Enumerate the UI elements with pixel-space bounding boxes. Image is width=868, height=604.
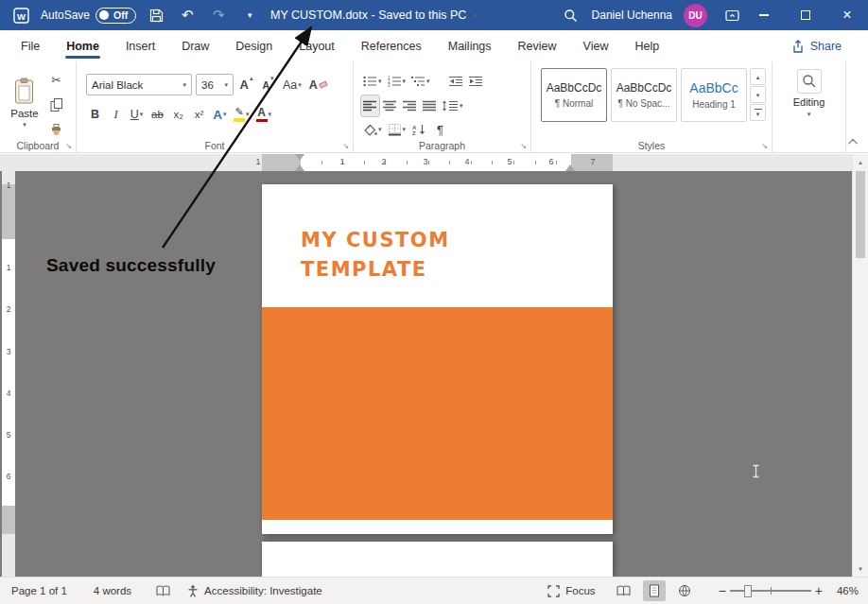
scroll-up-arrow[interactable]: ▴	[853, 155, 868, 169]
tab-home[interactable]: Home	[53, 30, 113, 61]
tab-design[interactable]: Design	[222, 30, 286, 61]
justify-button[interactable]	[421, 95, 439, 116]
tab-draw[interactable]: Draw	[168, 30, 222, 61]
web-layout-button[interactable]	[673, 580, 696, 601]
sort-button[interactable]: AZ	[410, 119, 428, 140]
highlight-color-button[interactable]: ✎ ▾	[232, 104, 252, 125]
italic-button[interactable]: I	[107, 104, 125, 125]
multilevel-list-button[interactable]: ▾	[409, 71, 432, 92]
style-card-normal[interactable]: AaBbCcDc ¶ Normal	[541, 68, 607, 122]
customize-qat-chevron-icon[interactable]: ▾	[238, 3, 261, 27]
align-left-button[interactable]	[361, 95, 379, 116]
align-center-button[interactable]	[381, 95, 399, 116]
font-name-combo[interactable]: Arial Black ▾	[86, 74, 192, 95]
document-title[interactable]: MY CUSTOM.dotx - Saved to this PC ▾	[270, 0, 477, 30]
font-dialog-launcher-icon[interactable]: ↘	[342, 143, 349, 150]
scrollbar-thumb[interactable]	[856, 171, 865, 258]
tab-insert[interactable]: Insert	[113, 30, 168, 61]
maximize-button[interactable]	[785, 0, 826, 30]
ribbon-display-options-icon[interactable]	[720, 3, 743, 27]
shading-button[interactable]: ▾	[361, 119, 384, 140]
styles-scroll-down-button[interactable]: ▾	[750, 86, 766, 103]
tab-layout[interactable]: Layout	[286, 30, 348, 61]
print-layout-button[interactable]	[643, 580, 666, 601]
zoom-percent[interactable]: 46%	[830, 585, 859, 596]
document-canvas[interactable]: 1 1 2 3 4 5 6 MY CUSTOM TEMPLATE	[0, 171, 852, 577]
copy-button[interactable]	[47, 95, 65, 115]
tab-review[interactable]: Review	[505, 30, 570, 61]
clipboard-dialog-launcher-icon[interactable]: ↘	[65, 143, 72, 150]
vertical-ruler[interactable]: 1 1 2 3 4 5 6	[2, 171, 15, 577]
right-indent-marker[interactable]	[565, 164, 575, 171]
document-page[interactable]: MY CUSTOM TEMPLATE	[262, 184, 613, 534]
shrink-font-button[interactable]: A▾	[259, 75, 277, 95]
subscript-button[interactable]: x₂	[169, 104, 187, 125]
close-button[interactable]: ×	[826, 0, 868, 30]
clear-formatting-button[interactable]: A	[307, 75, 329, 95]
superscript-button[interactable]: x²	[190, 104, 208, 125]
vertical-scrollbar[interactable]: ▴ ▾	[852, 154, 868, 577]
word-app-icon[interactable]: W	[9, 3, 32, 27]
first-line-indent-marker[interactable]	[295, 154, 304, 161]
tab-view[interactable]: View	[570, 30, 622, 61]
editing-button[interactable]: Editing ▾	[773, 69, 845, 118]
zoom-out-button[interactable]: −	[719, 583, 726, 598]
zoom-slider-thumb[interactable]	[744, 585, 752, 597]
grow-font-button[interactable]: A▴	[237, 75, 255, 95]
underline-button[interactable]: U▾	[128, 104, 146, 125]
tab-mailings[interactable]: Mailings	[435, 30, 505, 61]
hanging-indent-marker[interactable]	[295, 164, 304, 171]
document-heading[interactable]: MY CUSTOM TEMPLATE	[301, 226, 450, 285]
paragraph-dialog-launcher-icon[interactable]: ↘	[520, 143, 527, 150]
focus-mode-button[interactable]: Focus	[547, 585, 595, 597]
autosave-toggle[interactable]: Off	[95, 8, 136, 24]
styles-more-button[interactable]: ▾	[750, 104, 766, 121]
text-effects-button[interactable]: A▾	[211, 104, 229, 125]
heading-line-1[interactable]: MY CUSTOM	[301, 226, 450, 255]
redo-icon[interactable]: ↷	[207, 3, 230, 27]
word-count[interactable]: 4 words	[94, 585, 131, 596]
scroll-down-arrow[interactable]: ▾	[853, 561, 868, 576]
font-color-button[interactable]: A ▾	[254, 104, 274, 125]
collapse-ribbon-button[interactable]	[846, 136, 861, 147]
format-painter-button[interactable]	[47, 120, 65, 141]
undo-icon[interactable]: ↶	[176, 3, 199, 27]
zoom-slider[interactable]	[730, 590, 811, 592]
style-card-no-spacing[interactable]: AaBbCcDc ¶ No Spac...	[611, 68, 677, 122]
minimize-button[interactable]	[743, 0, 785, 30]
strikethrough-button[interactable]: ab	[148, 104, 166, 125]
avatar[interactable]: DU	[684, 4, 707, 27]
orange-rectangle-shape[interactable]	[262, 307, 613, 520]
borders-button[interactable]: ▾	[387, 119, 408, 140]
save-icon[interactable]	[145, 3, 167, 27]
line-spacing-button[interactable]: ▾	[441, 95, 465, 116]
paste-button[interactable]: Paste ▾	[6, 67, 43, 139]
autosave-control[interactable]: AutoSave Off	[41, 8, 136, 24]
align-right-button[interactable]	[401, 95, 419, 116]
numbering-button[interactable]: 123 ▾	[386, 71, 408, 92]
change-case-button[interactable]: Aa▾	[281, 75, 304, 95]
decrease-indent-button[interactable]	[447, 71, 465, 92]
heading-line-2[interactable]: TEMPLATE	[301, 255, 450, 285]
bullets-button[interactable]: ▾	[361, 71, 384, 92]
read-mode-button[interactable]	[613, 580, 635, 601]
increase-indent-button[interactable]	[467, 71, 485, 92]
styles-scroll-up-button[interactable]: ▴	[750, 68, 766, 85]
proofing-status-button[interactable]	[156, 585, 170, 596]
show-hide-pilcrow-button[interactable]: ¶	[431, 119, 449, 140]
cut-button[interactable]: ✂	[47, 69, 65, 90]
font-size-combo[interactable]: 36 ▾	[196, 74, 234, 95]
tab-file[interactable]: File	[8, 30, 53, 61]
horizontal-ruler[interactable]: 1 1 2 3 4 5 6 7	[0, 154, 852, 171]
share-button[interactable]: Share	[791, 40, 868, 53]
bold-button[interactable]: B	[86, 104, 104, 125]
user-name[interactable]: Daniel Uchenna	[592, 9, 672, 22]
document-page-continued[interactable]	[262, 542, 613, 577]
search-icon[interactable]	[560, 3, 582, 27]
tab-help[interactable]: Help	[621, 30, 672, 61]
zoom-in-button[interactable]: +	[815, 583, 823, 598]
style-card-heading1[interactable]: AaBbCc Heading 1	[681, 68, 747, 122]
accessibility-status-button[interactable]: Accessibility: Investigate	[187, 585, 322, 597]
page-indicator[interactable]: Page 1 of 1	[11, 585, 67, 596]
tab-references[interactable]: References	[348, 30, 435, 61]
